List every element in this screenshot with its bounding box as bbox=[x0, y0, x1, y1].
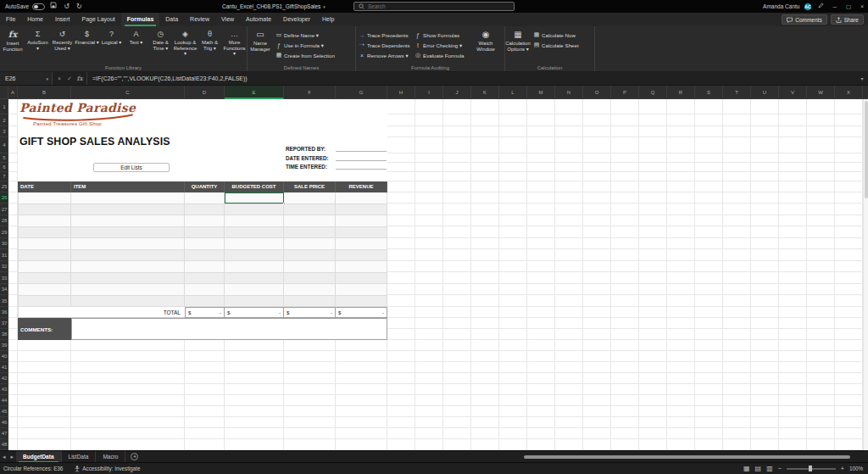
row-header-35[interactable]: 35 bbox=[0, 295, 8, 307]
table-cell[interactable] bbox=[71, 273, 185, 285]
table-cell[interactable] bbox=[336, 204, 387, 216]
sheet-tab-macro[interactable]: Macro bbox=[96, 451, 125, 463]
selected-cell-E26[interactable] bbox=[225, 192, 284, 204]
ribbon-tab-page-layout[interactable]: Page Layout bbox=[75, 13, 120, 26]
formula-bar-expand-icon[interactable]: ▾ bbox=[856, 72, 868, 85]
table-cell[interactable] bbox=[185, 250, 225, 262]
table-header-budgeted-cost[interactable]: BUDGETED COST bbox=[225, 181, 284, 192]
row-header-32[interactable]: 32 bbox=[0, 261, 8, 272]
column-header-I[interactable]: I bbox=[415, 86, 443, 99]
table-cell[interactable] bbox=[185, 273, 225, 285]
row-header-1[interactable]: 1 bbox=[0, 99, 8, 114]
comments-field[interactable] bbox=[71, 318, 387, 340]
ribbon-button-show-formulas[interactable]: ƒShow Formulas bbox=[412, 30, 473, 40]
total-cell[interactable]: $- bbox=[336, 307, 387, 318]
row-header-47[interactable]: 47 bbox=[0, 428, 8, 439]
ribbon-button-text[interactable]: AText ▾ bbox=[124, 28, 148, 57]
maximize-icon[interactable]: ▢ bbox=[843, 3, 854, 10]
table-cell[interactable] bbox=[336, 296, 387, 308]
table-cell[interactable] bbox=[284, 296, 336, 308]
column-header-L[interactable]: L bbox=[499, 86, 527, 99]
column-header-G[interactable]: G bbox=[336, 86, 387, 99]
calculation-options-button[interactable]: ▦ Calculation Options ▾ bbox=[505, 28, 531, 52]
table-cell[interactable] bbox=[185, 261, 225, 273]
table-cell[interactable] bbox=[225, 250, 284, 262]
table-cell[interactable] bbox=[185, 227, 225, 239]
zoom-percent[interactable]: 100% bbox=[849, 466, 863, 471]
row-header-6[interactable]: 6 bbox=[0, 163, 8, 172]
search-box[interactable] bbox=[353, 2, 515, 11]
row-header-29[interactable]: 29 bbox=[0, 226, 8, 238]
row-header-31[interactable]: 31 bbox=[0, 249, 8, 261]
column-header-E[interactable]: E bbox=[225, 86, 284, 99]
column-header-M[interactable]: M bbox=[527, 86, 555, 99]
table-cell[interactable] bbox=[185, 215, 225, 227]
ribbon-button-error-checking[interactable]: !Error Checking ▾ bbox=[412, 40, 473, 50]
table-cell[interactable] bbox=[225, 284, 284, 296]
table-cell[interactable] bbox=[71, 204, 185, 216]
table-cell[interactable] bbox=[71, 215, 185, 227]
row-header-33[interactable]: 33 bbox=[0, 272, 8, 284]
column-header-Y[interactable]: Y bbox=[863, 86, 868, 99]
ribbon-button-more-functions[interactable]: …More Functions ▾ bbox=[222, 28, 247, 57]
table-cell[interactable] bbox=[18, 296, 71, 308]
table-cell[interactable] bbox=[336, 238, 387, 250]
ribbon-tab-file[interactable]: File bbox=[0, 13, 21, 26]
table-cell[interactable] bbox=[71, 296, 185, 308]
ribbon-button-autosum[interactable]: ΣAutoSum ▾ bbox=[25, 28, 50, 57]
table-cell[interactable] bbox=[18, 215, 71, 227]
table-cell[interactable] bbox=[336, 261, 387, 273]
table-cell[interactable] bbox=[284, 192, 336, 204]
table-cell[interactable] bbox=[225, 227, 284, 239]
ribbon-button-use-in-formula[interactable]: ƒUse in Formula ▾ bbox=[273, 40, 335, 50]
table-cell[interactable] bbox=[336, 192, 387, 204]
table-cell[interactable] bbox=[284, 273, 336, 285]
ribbon-tab-formulas[interactable]: Formulas bbox=[121, 13, 160, 26]
row-header-27[interactable]: 27 bbox=[0, 204, 8, 215]
ribbon-button-recently-used[interactable]: ↺Recently Used ▾ bbox=[50, 28, 75, 57]
ribbon-button-trace-precedents[interactable]: →Trace Precedents bbox=[356, 30, 412, 40]
avatar[interactable]: AC bbox=[804, 3, 812, 10]
row-header-4[interactable]: 4 bbox=[0, 137, 8, 153]
column-header-A[interactable]: A bbox=[8, 86, 18, 99]
column-header-R[interactable]: R bbox=[667, 86, 695, 99]
table-cell[interactable] bbox=[18, 204, 71, 216]
table-cell[interactable] bbox=[336, 250, 387, 262]
total-cell[interactable]: $- bbox=[225, 307, 284, 318]
column-header-W[interactable]: W bbox=[807, 86, 835, 99]
row-header-42[interactable]: 42 bbox=[0, 373, 8, 384]
spreadsheet-grid[interactable]: Painted Paradise Painted Treasures Gift … bbox=[8, 99, 868, 450]
column-header-H[interactable]: H bbox=[387, 86, 415, 99]
table-cell[interactable] bbox=[225, 204, 284, 216]
zoom-slider[interactable] bbox=[787, 468, 836, 470]
comments-button[interactable]: Comments bbox=[782, 14, 826, 25]
row-header-45[interactable]: 45 bbox=[0, 406, 8, 417]
reported-by-field[interactable] bbox=[336, 144, 387, 152]
circular-references-status[interactable]: Circular References: E36 bbox=[0, 466, 63, 471]
ribbon-tab-insert[interactable]: Insert bbox=[49, 13, 76, 26]
table-cell[interactable] bbox=[284, 204, 336, 216]
sheet-tab-budgetdata[interactable]: BudgetData bbox=[16, 451, 61, 463]
column-header-O[interactable]: O bbox=[583, 86, 611, 99]
close-icon[interactable]: × bbox=[858, 3, 866, 9]
horizontal-scrollbar-thumb[interactable] bbox=[524, 455, 850, 459]
column-header-B[interactable]: B bbox=[18, 86, 71, 99]
column-header-V[interactable]: V bbox=[779, 86, 807, 99]
table-cell[interactable] bbox=[284, 250, 336, 262]
row-header-5[interactable]: 5 bbox=[0, 153, 8, 163]
row-header-39[interactable]: 39 bbox=[0, 340, 8, 351]
column-header-U[interactable]: U bbox=[751, 86, 779, 99]
table-header-sale-price[interactable]: SALE PRICE bbox=[284, 181, 336, 192]
column-header-P[interactable]: P bbox=[611, 86, 639, 99]
row-header-46[interactable]: 46 bbox=[0, 417, 8, 428]
table-cell[interactable] bbox=[185, 204, 225, 216]
row-header-40[interactable]: 40 bbox=[0, 351, 8, 362]
table-cell[interactable] bbox=[18, 284, 71, 296]
select-all-corner[interactable] bbox=[0, 86, 8, 99]
table-cell[interactable] bbox=[225, 238, 284, 250]
ribbon-tab-data[interactable]: Data bbox=[159, 13, 184, 26]
table-cell[interactable] bbox=[71, 238, 185, 250]
accessibility-status[interactable]: Accessibility: Investigate bbox=[75, 466, 140, 472]
table-cell[interactable] bbox=[185, 284, 225, 296]
ribbon-button-define-name[interactable]: ▭Define Name ▾ bbox=[273, 30, 335, 40]
